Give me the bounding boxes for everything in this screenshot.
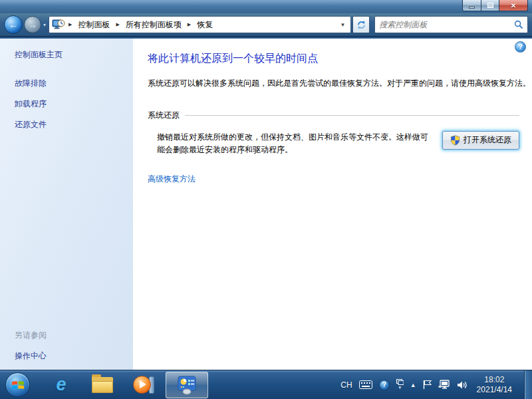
forward-arrow-icon: → xyxy=(29,20,37,30)
help-mark: ? xyxy=(382,380,386,390)
sidebar-item-troubleshooting[interactable]: 故障排除 xyxy=(15,78,133,89)
chevron-down-icon: ▾ xyxy=(398,385,401,390)
windows-logo-icon xyxy=(11,380,25,390)
main-panel: ? 将此计算机还原到一个较早的时间点 系统还原可以解决很多系统问题，因此是首先尝… xyxy=(133,39,532,370)
help-icon: ? xyxy=(518,43,523,51)
window-controls: ✕ xyxy=(462,0,528,11)
search-box xyxy=(374,16,528,33)
clock-date: 2021/4/14 xyxy=(477,385,512,395)
refresh-icon xyxy=(356,20,366,30)
system-restore-description: 撤销最近对系统所做的更改，但保持文档、图片和音乐等文件不变。这样做可能会删除最近… xyxy=(157,131,434,156)
intro-text: 系统还原可以解决很多系统问题，因此是首先尝试的最佳恢复方法。对于严重的问题，请使… xyxy=(148,77,532,90)
explorer-window: ✕ ← → ▾ ▶ 控制面板 ▶ 所有控制面板项 ▶ 恢复 ▼ xyxy=(0,0,532,399)
address-bar[interactable]: ▶ 控制面板 ▶ 所有控制面板项 ▶ 恢复 ▼ xyxy=(49,16,351,33)
search-input[interactable] xyxy=(379,20,514,29)
close-button[interactable]: ✕ xyxy=(499,0,528,11)
system-restore-row: 撤销最近对系统所做的更改，但保持文档、图片和音乐等文件不变。这样做可能会删除最近… xyxy=(157,131,519,156)
restore-icon xyxy=(487,3,493,8)
back-arrow-icon: ← xyxy=(9,19,18,30)
start-button[interactable] xyxy=(5,372,30,397)
forward-button[interactable]: → xyxy=(24,16,41,33)
ime-help-icon[interactable]: ? xyxy=(379,380,390,390)
clock-time: 18:02 xyxy=(477,375,512,385)
control-panel-taskbar-button[interactable] xyxy=(166,372,208,398)
breadcrumb-all-items[interactable]: 所有控制面板项 xyxy=(122,18,186,32)
open-system-restore-button[interactable]: 打开系统还原 xyxy=(442,131,519,150)
language-indicator[interactable]: CH xyxy=(340,380,352,390)
breadcrumb-control-panel[interactable]: 控制面板 xyxy=(74,18,114,32)
minimize-button[interactable] xyxy=(462,0,481,11)
see-also-header: 另请参阅 xyxy=(15,330,47,341)
control-panel-icon xyxy=(176,375,198,395)
internet-explorer-button[interactable]: e xyxy=(50,374,72,396)
ime-options-icon[interactable]: ▾ xyxy=(396,379,404,390)
internet-explorer-icon: e xyxy=(56,374,66,395)
system-restore-section-header: 系统还原 xyxy=(148,110,519,121)
system-tray: CH ? ▾ ▲ xyxy=(340,370,532,399)
uac-shield-icon xyxy=(450,135,460,146)
media-player-button[interactable] xyxy=(132,374,155,396)
network-icon[interactable] xyxy=(438,380,450,390)
show-desktop-button[interactable] xyxy=(524,370,532,399)
volume-icon[interactable] xyxy=(457,380,467,390)
recent-pages-dropdown[interactable]: ▾ xyxy=(43,22,46,28)
show-hidden-icons-button[interactable]: ▲ xyxy=(410,382,416,388)
help-button[interactable]: ? xyxy=(515,41,526,53)
sidebar: 控制面板主页 故障排除 卸载程序 还原文件 另请参阅 操作中心 xyxy=(0,39,133,370)
sidebar-item-uninstall-program[interactable]: 卸载程序 xyxy=(15,98,133,110)
breadcrumb-arrow-icon: ▶ xyxy=(66,22,74,27)
refresh-button[interactable] xyxy=(352,16,370,33)
section-divider xyxy=(185,115,519,116)
sidebar-item-control-panel-home[interactable]: 控制面板主页 xyxy=(15,49,133,61)
breadcrumb-arrow-icon: ▶ xyxy=(186,22,193,27)
see-also-group: 另请参阅 操作中心 xyxy=(15,330,47,362)
open-system-restore-label: 打开系统还原 xyxy=(464,134,511,146)
folder-icon xyxy=(92,377,113,393)
close-icon: ✕ xyxy=(511,2,516,9)
breadcrumb-recovery[interactable]: 恢复 xyxy=(193,18,217,32)
content-area: 控制面板主页 故障排除 卸载程序 还原文件 另请参阅 操作中心 ? 将此计算机还… xyxy=(0,39,532,370)
action-center-flag-icon[interactable] xyxy=(423,380,432,390)
taskbar-items: e xyxy=(50,374,155,396)
search-icon[interactable] xyxy=(514,20,523,29)
back-button[interactable]: ← xyxy=(4,15,23,34)
section-title: 系统还原 xyxy=(148,110,180,121)
media-player-icon xyxy=(133,375,154,395)
title-bar: ✕ xyxy=(0,0,532,13)
minimize-icon xyxy=(469,7,475,9)
keyboard-icon[interactable] xyxy=(359,380,372,389)
windows-explorer-button[interactable] xyxy=(91,374,114,396)
page-title: 将此计算机还原到一个较早的时间点 xyxy=(148,52,532,66)
advanced-recovery-link[interactable]: 高级恢复方法 xyxy=(148,174,196,185)
taskbar-clock[interactable]: 18:02 2021/4/14 xyxy=(477,375,512,395)
sidebar-item-restore-files[interactable]: 还原文件 xyxy=(15,119,133,130)
recovery-icon xyxy=(52,19,65,31)
restore-button[interactable] xyxy=(481,0,499,11)
breadcrumb-arrow-icon: ▶ xyxy=(114,22,121,27)
taskbar: e xyxy=(0,370,532,399)
sidebar-item-action-center[interactable]: 操作中心 xyxy=(15,350,47,362)
navigation-bar: ← → ▾ ▶ 控制面板 ▶ 所有控制面板项 ▶ 恢复 ▼ xyxy=(0,13,532,37)
address-dropdown-icon[interactable]: ▼ xyxy=(336,22,349,28)
